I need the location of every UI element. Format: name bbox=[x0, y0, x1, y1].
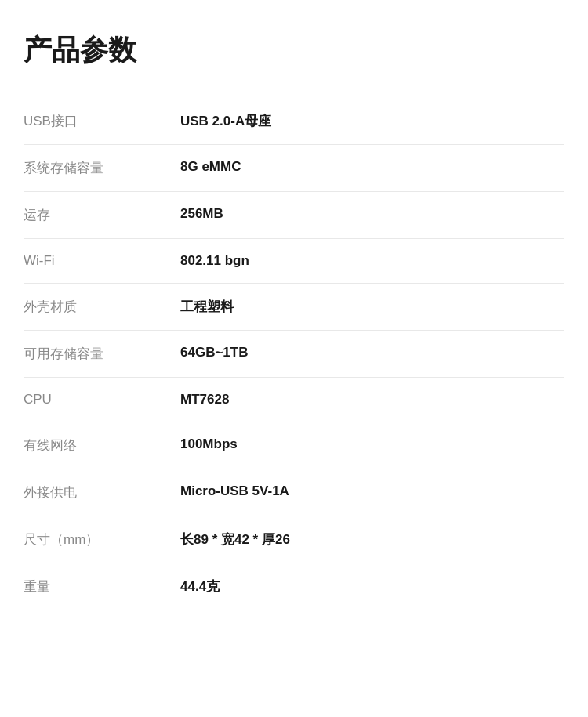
spec-value: 256MB bbox=[180, 206, 564, 222]
spec-label: Wi-Fi bbox=[24, 253, 180, 269]
spec-row: 尺寸（mm）长89 * 宽42 * 厚26 bbox=[24, 516, 564, 563]
spec-table: USB接口USB 2.0-A母座系统存储容量8G eMMC运存256MBWi-F… bbox=[24, 98, 564, 610]
spec-value: 802.11 bgn bbox=[180, 253, 564, 269]
spec-label: 可用存储容量 bbox=[24, 345, 180, 363]
spec-label: 系统存储容量 bbox=[24, 159, 180, 177]
spec-value: 8G eMMC bbox=[180, 159, 564, 175]
spec-value: 长89 * 宽42 * 厚26 bbox=[180, 531, 564, 549]
page-title: 产品参数 bbox=[24, 31, 564, 70]
spec-label: 运存 bbox=[24, 206, 180, 224]
spec-value: 100Mbps bbox=[180, 436, 564, 452]
spec-value: 44.4克 bbox=[180, 578, 564, 596]
spec-label: 外接供电 bbox=[24, 483, 180, 502]
spec-row: Wi-Fi802.11 bgn bbox=[24, 239, 564, 284]
spec-row: 有线网络100Mbps bbox=[24, 422, 564, 469]
spec-row: 运存256MB bbox=[24, 192, 564, 239]
spec-row: 外接供电Micro-USB 5V-1A bbox=[24, 469, 564, 516]
spec-value: MT7628 bbox=[180, 392, 564, 407]
spec-value: Micro-USB 5V-1A bbox=[180, 483, 564, 499]
spec-value: USB 2.0-A母座 bbox=[180, 112, 564, 130]
spec-row: CPUMT7628 bbox=[24, 378, 564, 422]
spec-label: 尺寸（mm） bbox=[24, 531, 180, 549]
spec-label: 外壳材质 bbox=[24, 298, 180, 316]
spec-row: 系统存储容量8G eMMC bbox=[24, 145, 564, 192]
spec-row: 外壳材质工程塑料 bbox=[24, 284, 564, 331]
spec-row: 可用存储容量64GB~1TB bbox=[24, 331, 564, 378]
spec-label: 重量 bbox=[24, 578, 180, 596]
spec-value: 工程塑料 bbox=[180, 298, 564, 316]
spec-label: USB接口 bbox=[24, 112, 180, 130]
spec-row: USB接口USB 2.0-A母座 bbox=[24, 98, 564, 145]
spec-label: 有线网络 bbox=[24, 436, 180, 454]
spec-label: CPU bbox=[24, 392, 180, 407]
spec-row: 重量44.4克 bbox=[24, 563, 564, 610]
spec-value: 64GB~1TB bbox=[180, 345, 564, 360]
